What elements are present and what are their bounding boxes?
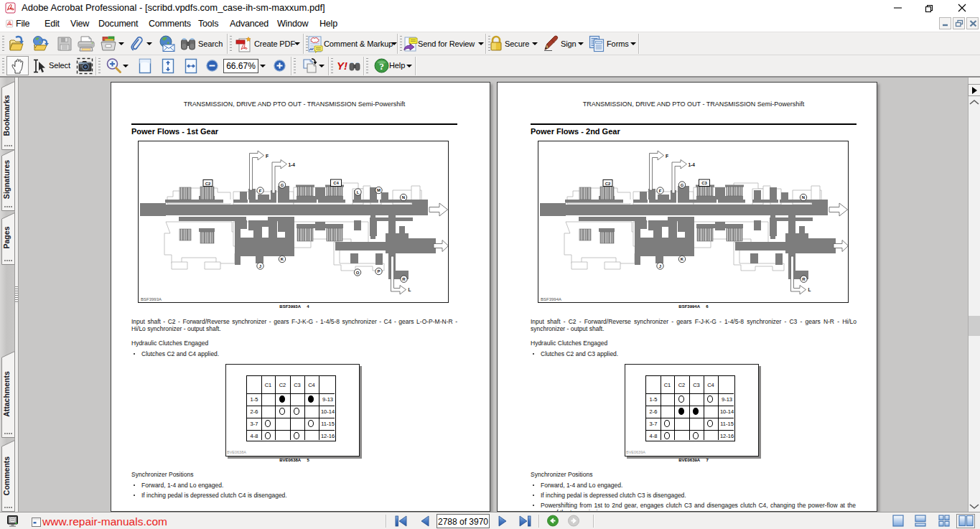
svg-text:C3: C3: [701, 181, 707, 185]
svg-text:Y!: Y!: [337, 60, 347, 72]
svg-text:Bookmarks: Bookmarks: [2, 95, 11, 136]
svg-text:P: P: [377, 269, 380, 273]
svg-text:BSF3993A: BSF3993A: [141, 297, 162, 301]
svg-text:Pages: Pages: [2, 226, 11, 248]
svg-text:Attachments: Attachments: [2, 371, 11, 417]
svg-text:?: ?: [379, 61, 384, 72]
svg-text:Signatures: Signatures: [2, 160, 11, 199]
svg-text:C4: C4: [333, 181, 339, 185]
svg-text:O: O: [356, 271, 360, 275]
svg-text:L: L: [357, 190, 360, 195]
svg-text:BSF3994A: BSF3994A: [541, 297, 561, 301]
svg-text:M: M: [377, 188, 381, 192]
svg-text:Comments: Comments: [2, 457, 11, 495]
